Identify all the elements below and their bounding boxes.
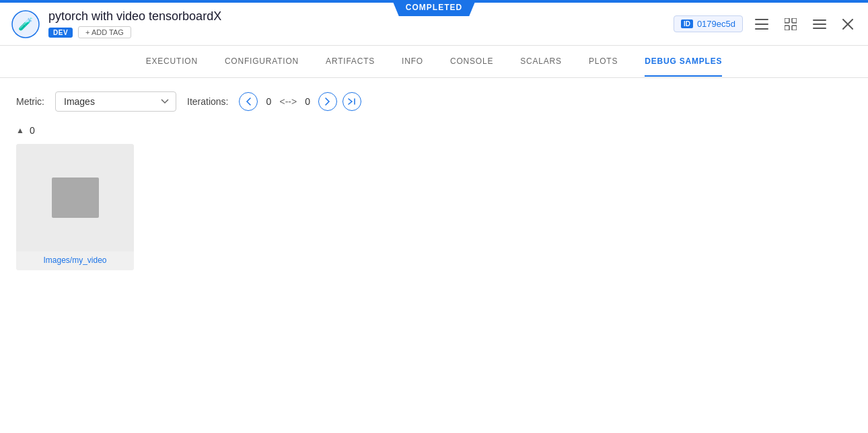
title-area: pytorch with video tensorboardX DEV + AD… xyxy=(48,9,674,38)
svg-rect-8 xyxy=(792,26,797,30)
content-area: Metric: Images Iterations: 0 <--> 0 xyxy=(0,78,868,284)
svg-rect-11 xyxy=(813,28,826,29)
prev-icon xyxy=(246,97,251,106)
list-icon xyxy=(755,19,768,30)
metric-label: Metric: xyxy=(16,96,44,107)
image-grid: Images/my_video xyxy=(16,144,852,270)
grid-view-button[interactable] xyxy=(781,14,801,34)
close-button[interactable] xyxy=(838,15,857,34)
more-menu-button[interactable] xyxy=(809,15,830,33)
svg-rect-4 xyxy=(755,28,768,30)
tab-configuration[interactable]: CONFIGURATION xyxy=(225,47,299,77)
iter-separator: <--> xyxy=(279,96,297,107)
image-label: Images/my_video xyxy=(16,251,134,270)
id-label: ID xyxy=(681,19,693,28)
app-title: pytorch with video tensorboardX xyxy=(48,9,674,24)
iter-next-button[interactable] xyxy=(318,92,337,111)
tab-console[interactable]: CONSOLE xyxy=(450,47,493,77)
id-badge: ID 0179ec5d xyxy=(674,15,743,32)
next-icon xyxy=(325,97,330,106)
image-card[interactable]: Images/my_video xyxy=(16,144,134,270)
list-view-button[interactable] xyxy=(751,15,772,34)
iterations-label: Iterations: xyxy=(187,96,228,107)
hamburger-icon xyxy=(813,19,826,29)
svg-rect-5 xyxy=(785,18,789,23)
tab-execution[interactable]: EXECUTION xyxy=(146,47,198,77)
iter-start-value: 0 xyxy=(263,96,274,107)
svg-rect-3 xyxy=(755,24,768,25)
id-value: 0179ec5d xyxy=(697,19,735,29)
tab-artifacts[interactable]: ARTIFACTS xyxy=(326,47,375,77)
completed-badge: COMPLETED xyxy=(392,0,476,16)
tab-info[interactable]: INFO xyxy=(402,47,423,77)
nav-tabs: EXECUTION CONFIGURATION ARTIFACTS INFO C… xyxy=(0,46,868,78)
controls-row: Metric: Images Iterations: 0 <--> 0 xyxy=(16,91,852,112)
svg-rect-10 xyxy=(813,24,826,25)
close-icon xyxy=(842,19,853,30)
section-title: 0 xyxy=(30,125,35,136)
last-icon xyxy=(348,97,356,106)
section-header: ▲ 0 xyxy=(16,125,852,136)
app-logo: 🧪 xyxy=(11,9,40,39)
tab-scalars[interactable]: SCALARS xyxy=(520,47,562,77)
section-collapse-button[interactable]: ▲ xyxy=(16,126,24,135)
tags-row: DEV + ADD TAG xyxy=(48,26,674,38)
iter-last-button[interactable] xyxy=(342,92,361,111)
metric-select[interactable]: Images xyxy=(55,91,176,112)
svg-rect-2 xyxy=(755,19,768,20)
grid-icon xyxy=(785,18,797,30)
tag-dev: DEV xyxy=(48,28,73,38)
svg-text:🧪: 🧪 xyxy=(18,17,34,32)
image-thumbnail xyxy=(52,178,99,218)
tab-plots[interactable]: PLOTS xyxy=(589,47,618,77)
svg-rect-6 xyxy=(792,18,797,23)
iterations-controls: 0 <--> 0 xyxy=(239,92,361,111)
header-actions: ID 0179ec5d xyxy=(674,14,857,34)
add-tag-button[interactable]: + ADD TAG xyxy=(78,26,131,38)
iter-end-value: 0 xyxy=(302,96,313,107)
iter-prev-button[interactable] xyxy=(239,92,258,111)
svg-rect-9 xyxy=(813,19,826,21)
tab-debug-samples[interactable]: DEBUG SAMPLES xyxy=(645,47,722,77)
image-preview xyxy=(16,144,134,251)
svg-rect-7 xyxy=(785,26,789,30)
